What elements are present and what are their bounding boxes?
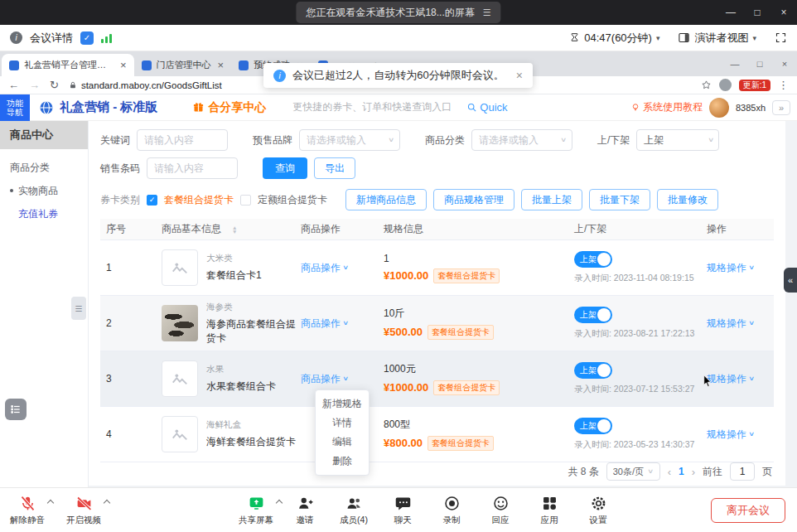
invite-button[interactable]: 邀请 xyxy=(284,494,326,526)
menu-item-delete[interactable]: 删除 xyxy=(316,452,369,471)
apps-button[interactable]: 应用 xyxy=(529,494,570,526)
product-op-dropdown[interactable]: 商品操作∨ xyxy=(301,261,349,275)
sidebar-item-physical-goods[interactable]: 实物商品 xyxy=(0,179,88,202)
bookmark-star-icon[interactable] xyxy=(701,80,712,90)
security-shield-icon[interactable]: ✓ xyxy=(80,31,94,45)
collapse-panel-button[interactable]: » xyxy=(772,100,790,115)
checkbox-fixed-card-label[interactable]: 定额组合提货卡 xyxy=(258,193,327,207)
minimize-button[interactable]: — xyxy=(717,0,744,25)
quick-link[interactable]: Quick xyxy=(466,101,507,114)
menu-item-add-spec[interactable]: 新增规格 xyxy=(316,394,369,414)
category-select[interactable]: 请选择或输入 ∨ xyxy=(471,129,572,151)
product-op-dropdown-open[interactable]: 商品操作∨ xyxy=(301,372,349,386)
spec-op-dropdown[interactable]: 规格操作∨ xyxy=(707,317,755,331)
barcode-input[interactable] xyxy=(147,157,238,179)
sidebar-item-product-category[interactable]: 商品分类 xyxy=(0,156,88,179)
settings-button[interactable]: 设置 xyxy=(577,494,619,526)
menu-item-detail[interactable]: 详情 xyxy=(316,414,369,433)
page-size-select[interactable]: 30条/页 ∨ xyxy=(606,462,660,481)
meeting-timer[interactable]: 04:47(60分钟) ▾ xyxy=(569,31,659,46)
forward-icon[interactable]: → xyxy=(29,79,40,91)
watching-banner[interactable]: 您正在观看金禾通技术王斌18...的屏幕 ☰ xyxy=(296,2,500,23)
shelf-toggle[interactable]: 上架 xyxy=(574,418,612,434)
spec-op-dropdown[interactable]: 规格操作∨ xyxy=(707,428,755,442)
product-image-placeholder[interactable] xyxy=(162,416,198,452)
user-avatar[interactable] xyxy=(709,98,729,118)
tutorial-link[interactable]: 系统使用教程 xyxy=(630,100,703,114)
floating-list-widget[interactable] xyxy=(5,399,27,420)
function-nav-toggle[interactable]: 功能 导航 xyxy=(0,94,30,121)
share-center-link[interactable]: 合分享中心 xyxy=(192,100,266,115)
prev-page-button[interactable]: ‹ xyxy=(668,466,671,478)
browser-tab[interactable]: 门店管理中心 × xyxy=(134,54,232,76)
toast-close-icon[interactable]: × xyxy=(516,69,523,82)
browser-maximize-button[interactable]: □ xyxy=(747,51,772,76)
bulk-on-shelf-button[interactable]: 批量上架 xyxy=(521,189,582,210)
reaction-button[interactable]: 回应 xyxy=(480,494,521,526)
browser-update-badge[interactable]: 更新:1 xyxy=(739,80,770,91)
checkbox-fixed-card[interactable] xyxy=(240,195,251,206)
meeting-panel-handle[interactable]: « xyxy=(784,268,797,293)
header-product-info[interactable]: 商品基本信息 ▲▼ xyxy=(162,222,301,236)
search-button[interactable]: 查询 xyxy=(263,157,307,179)
back-icon[interactable]: ← xyxy=(8,79,19,91)
chevron-up-icon[interactable] xyxy=(47,500,54,506)
timer-caret-icon[interactable]: ▾ xyxy=(656,34,660,42)
browser-tab-active[interactable]: 礼盒营销平台管理中心… × xyxy=(2,54,134,76)
product-image-placeholder[interactable] xyxy=(162,249,198,286)
url-box[interactable]: standard.maboy.cn/GoodsGiftList xyxy=(69,80,222,90)
export-button[interactable]: 导出 xyxy=(314,157,355,179)
keyword-input[interactable] xyxy=(137,129,228,151)
product-op-dropdown[interactable]: 商品操作∨ xyxy=(301,317,349,331)
sidebar-item-gift-voucher[interactable]: 充值礼券 xyxy=(0,202,88,225)
shelf-toggle[interactable]: 上架 xyxy=(574,362,612,379)
start-video-button[interactable]: 开启视频 xyxy=(63,494,104,526)
bulk-off-shelf-button[interactable]: 批量下架 xyxy=(589,189,650,210)
spec-op-dropdown[interactable]: 规格操作∨ xyxy=(707,261,755,275)
tab-close-icon[interactable]: × xyxy=(120,59,127,71)
gear-icon xyxy=(590,494,607,512)
browser-close-button[interactable]: × xyxy=(772,51,797,76)
sidebar-collapse-handle[interactable]: ☰ xyxy=(71,297,86,320)
unmute-button[interactable]: 解除静音 xyxy=(7,494,48,526)
menu-item-edit[interactable]: 编辑 xyxy=(316,433,369,452)
goto-page-input[interactable] xyxy=(730,462,755,481)
bulk-edit-button[interactable]: 批量修改 xyxy=(657,189,718,210)
product-image-placeholder[interactable] xyxy=(162,360,198,397)
sidebar-header-product-center[interactable]: 商品中心 xyxy=(0,121,88,149)
spec-manage-button[interactable]: 商品规格管理 xyxy=(433,189,514,210)
view-mode-switcher[interactable]: 演讲者视图 ▾ xyxy=(678,31,756,46)
reload-icon[interactable]: ↻ xyxy=(50,79,59,91)
brand-logo[interactable]: 礼盒营销 - 标准版 xyxy=(38,99,157,116)
leave-meeting-button[interactable]: 离开会议 xyxy=(711,498,785,523)
fullscreen-button[interactable] xyxy=(775,31,787,44)
maximize-button[interactable]: □ xyxy=(744,0,770,25)
meeting-details-label[interactable]: 会议详情 xyxy=(30,31,73,46)
sort-icons[interactable]: ▲▼ xyxy=(232,225,237,234)
product-photo[interactable] xyxy=(162,305,198,341)
checkbox-package-card[interactable]: ✓ xyxy=(147,195,157,206)
add-product-button[interactable]: 新增商品信息 xyxy=(345,189,427,210)
banner-menu-icon[interactable]: ☰ xyxy=(483,7,491,18)
current-page[interactable]: 1 xyxy=(679,466,684,477)
chat-button[interactable]: 聊天 xyxy=(382,494,423,526)
chevron-up-icon[interactable] xyxy=(104,500,110,506)
next-page-button[interactable]: › xyxy=(692,466,695,478)
shelf-select[interactable]: 上架 ∨ xyxy=(636,129,719,151)
tab-close-icon[interactable]: × xyxy=(218,59,225,71)
spec-op-dropdown[interactable]: 规格操作∨ xyxy=(707,372,755,386)
browser-menu-icon[interactable]: ⋮ xyxy=(778,79,789,91)
share-screen-button[interactable]: 共享屏幕 xyxy=(235,494,277,526)
profile-avatar[interactable] xyxy=(719,79,732,91)
brand-select[interactable]: 请选择或输入 ∨ xyxy=(299,129,400,151)
view-mode-caret-icon[interactable]: ▾ xyxy=(752,34,756,42)
shelf-toggle[interactable]: 上架 xyxy=(574,307,612,323)
close-button[interactable]: × xyxy=(770,0,797,25)
checkbox-package-card-label[interactable]: 套餐组合提货卡 xyxy=(164,193,234,207)
record-button[interactable]: 录制 xyxy=(431,494,472,526)
shelf-toggle[interactable]: 上架 xyxy=(574,251,612,268)
browser-minimize-button[interactable]: — xyxy=(722,51,747,76)
chevron-up-icon[interactable] xyxy=(276,500,283,506)
members-button[interactable]: 成员(4) xyxy=(333,494,374,526)
info-icon[interactable]: i xyxy=(10,31,22,44)
